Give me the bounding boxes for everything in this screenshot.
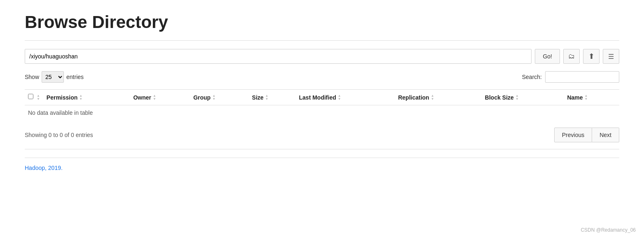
list-button[interactable]: ☰ (603, 49, 619, 64)
path-row: Go! 🗂 ⬆ ☰ (25, 49, 619, 64)
select-all-col: ▲▼ (25, 90, 43, 105)
footer-link[interactable]: Hadoop, 2019. (25, 165, 63, 171)
search-input[interactable] (545, 71, 619, 83)
col-owner[interactable]: Owner ▲▼ (130, 90, 190, 105)
col-owner-label: Owner (133, 94, 151, 101)
page-wrapper: Browse Directory Go! 🗂 ⬆ ☰ Show 10 25 50… (0, 0, 644, 179)
go-button[interactable]: Go! (535, 49, 560, 64)
col-size[interactable]: Size ▲▼ (249, 90, 296, 105)
next-button[interactable]: Next (592, 128, 619, 142)
col-replication-label: Replication (398, 94, 429, 101)
show-entries: Show 10 25 50 100 entries (25, 71, 84, 83)
col-size-label: Size (252, 94, 264, 101)
col-block-size-label: Block Size (485, 94, 514, 101)
footer-section: Hadoop, 2019. (25, 158, 619, 171)
entries-label: entries (66, 74, 84, 80)
list-icon: ☰ (608, 53, 614, 60)
search-label: Search: (522, 74, 542, 80)
show-label: Show (25, 74, 39, 80)
sort-arrows-select: ▲▼ (37, 94, 40, 101)
col-block-size[interactable]: Block Size ▲▼ (482, 90, 564, 105)
title-divider (25, 40, 619, 41)
table-bottom: Showing 0 to 0 of 0 entries Previous Nex… (25, 124, 619, 149)
col-permission[interactable]: Permission ▲▼ (43, 90, 130, 105)
col-name-label: Name (567, 94, 583, 101)
showing-text: Showing 0 to 0 of 0 entries (25, 132, 93, 138)
select-all-checkbox[interactable] (28, 94, 33, 99)
col-group[interactable]: Group ▲▼ (190, 90, 248, 105)
col-last-modified[interactable]: Last Modified ▲▼ (296, 90, 395, 105)
no-data-row: No data available in table (25, 105, 619, 121)
upload-icon: ⬆ (588, 52, 595, 61)
folder-button[interactable]: 🗂 (563, 49, 580, 64)
col-name[interactable]: Name ▲▼ (564, 90, 619, 105)
entries-select[interactable]: 10 25 50 100 (42, 71, 64, 83)
previous-button[interactable]: Previous (554, 128, 592, 142)
no-data-text: No data available in table (28, 109, 93, 116)
col-group-label: Group (193, 94, 211, 101)
search-row: Search: (522, 71, 619, 83)
footer-divider (25, 149, 619, 149)
path-input[interactable] (25, 49, 532, 64)
folder-icon: 🗂 (568, 53, 575, 60)
data-table: ▲▼ Permission ▲▼ Owner ▲▼ (25, 89, 619, 120)
page-title: Browse Directory (25, 12, 619, 32)
col-permission-label: Permission (47, 94, 77, 101)
controls-row: Show 10 25 50 100 entries Search: (25, 71, 619, 83)
table-header-row: ▲▼ Permission ▲▼ Owner ▲▼ (25, 90, 619, 105)
upload-button[interactable]: ⬆ (583, 49, 600, 64)
col-replication[interactable]: Replication ▲▼ (395, 90, 482, 105)
pagination: Previous Next (554, 128, 619, 142)
col-last-modified-label: Last Modified (299, 94, 336, 101)
